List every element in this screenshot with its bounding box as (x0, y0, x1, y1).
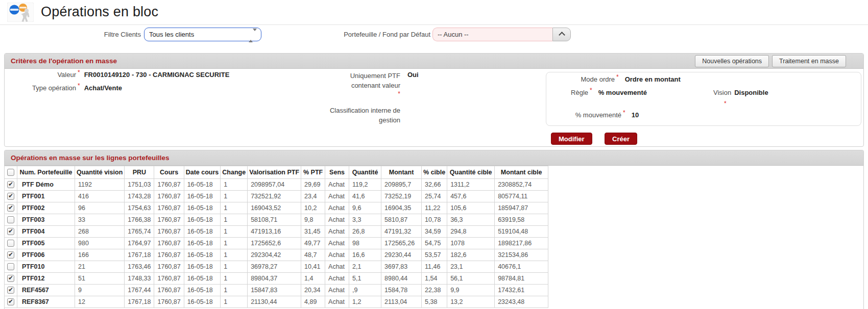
row-select-checkbox[interactable] (7, 251, 14, 259)
cell-montant-cible: 23243,48 (495, 296, 548, 308)
cell-montant: 172565,26 (381, 238, 422, 249)
client-filter-select[interactable]: Tous les clients (144, 28, 261, 41)
field-valeur: Valeur* FR0010149120 - 730 - CARMIGNAC S… (11, 71, 229, 79)
cell-sens: Achat (325, 238, 349, 249)
col-header-cours[interactable]: Cours (154, 166, 184, 179)
cell-sens: Achat (325, 179, 349, 191)
cell-cours: 1760,87 (154, 179, 184, 191)
row-select-checkbox[interactable] (7, 298, 14, 305)
row-select-checkbox[interactable] (7, 240, 14, 247)
cell-date-cours: 16-05-18 (184, 261, 221, 273)
table-row: PTF0059801764,971760,8716-05-1811725652,… (5, 238, 548, 249)
cell-num-portefeuille: PTF Démo (17, 179, 75, 191)
field-type-operation: Type opération* Achat/Vente (11, 84, 122, 92)
row-select-checkbox[interactable] (7, 204, 14, 212)
uniquement-ptf-label-line2: contenant valeur (321, 81, 400, 90)
col-header-montant-cible[interactable]: Montant cible (495, 166, 548, 179)
cell-change: 1 (221, 202, 248, 214)
cell-valorisation-ptf: 36978,27 (248, 261, 301, 273)
cell-pru: 1763,46 (125, 261, 154, 273)
field-classification: Classification interne de gestion (321, 106, 407, 125)
cell-pru: 1766,38 (125, 214, 154, 226)
type-operation-label: Type opération (11, 84, 76, 92)
cell-change: 1 (221, 249, 248, 261)
col-header-sens[interactable]: Sens (325, 166, 349, 179)
mass-processing-button[interactable]: Traitement en masse (772, 55, 846, 67)
valeur-label: Valeur (11, 71, 76, 79)
col-header-pru[interactable]: PRU (125, 166, 154, 179)
vision-value: Disponible (734, 89, 768, 96)
operations-en-bloc-page: Opérations en bloc Filtre Clients Tous l… (0, 0, 868, 309)
cell-cours: 1760,87 (154, 261, 184, 273)
cell-sens: Achat (325, 249, 349, 261)
criteria-panel-titlebar: Critères de l'opération en masse Nouvell… (5, 54, 863, 69)
cell-quantite: 1,2 (349, 296, 381, 308)
cell-pru: 1764,97 (125, 238, 154, 249)
col-header-date-cours[interactable]: Date cours (184, 166, 221, 179)
cell-pru: 1748,33 (125, 273, 154, 285)
cell-pct-cible: 11,22 (422, 202, 447, 214)
table-row: PTF Démo11921751,031760,8716-05-18120989… (5, 179, 548, 191)
modify-button[interactable]: Modifier (551, 133, 592, 145)
col-header-change[interactable]: Change (221, 166, 248, 179)
cell-quantite-vision: 268 (75, 226, 125, 238)
default-portfolio-label: Portefeuille / Fond par Défaut (303, 28, 430, 41)
cell-montant-cible: 98784,81 (495, 273, 548, 285)
classification-label-line1: Classification interne de (321, 106, 400, 115)
col-header-montant[interactable]: Montant (381, 166, 422, 179)
row-select-checkbox[interactable] (7, 181, 14, 188)
col-header-pct-cible[interactable]: % cible (422, 166, 447, 179)
uniquement-ptf-value: Oui (407, 71, 419, 79)
table-row: REF8367121767,181760,8716-05-18121130,44… (5, 296, 548, 308)
cell-sens: Achat (325, 202, 349, 214)
cell-pct-ptf: 10,2 (301, 202, 325, 214)
cell-valorisation-ptf: 732521,92 (248, 191, 301, 202)
row-select-checkbox[interactable] (7, 263, 14, 270)
cell-pru: 1767,44 (125, 285, 154, 296)
cell-montant-cible: 1898217,86 (495, 238, 548, 249)
cell-cours: 1760,87 (154, 273, 184, 285)
col-header-pct-ptf[interactable]: % PTF (301, 166, 325, 179)
new-operations-button[interactable]: Nouvelles opérations (695, 55, 769, 67)
col-header-quantite-vision[interactable]: Quantité vision (75, 166, 125, 179)
default-portfolio-expand-button[interactable] (552, 28, 571, 41)
cell-valorisation-ptf: 2098957,04 (248, 179, 301, 191)
default-portfolio-input[interactable] (432, 28, 552, 41)
cell-quantite: 16,6 (349, 249, 381, 261)
row-select-checkbox[interactable] (7, 287, 14, 294)
required-asterisk: * (616, 73, 619, 81)
cell-montant-cible: 40676,1 (495, 261, 548, 273)
cell-pct-ptf: 23,4 (301, 191, 325, 202)
cell-cours: 1760,87 (154, 238, 184, 249)
vision-label: Vision (713, 89, 731, 96)
cell-quantite-vision: 51 (75, 273, 125, 285)
cell-quantite-cible: 1311,2 (447, 179, 495, 191)
cell-num-portefeuille: PTF002 (17, 202, 75, 214)
col-header-quantite[interactable]: Quantité (349, 166, 381, 179)
cell-valorisation-ptf: 471913,16 (248, 226, 301, 238)
col-header-quantite-cible[interactable]: Quantité cible (447, 166, 495, 179)
barbell-figure-icon (7, 3, 34, 24)
cell-pct-ptf: 9,8 (301, 214, 325, 226)
cell-change: 1 (221, 226, 248, 238)
cell-cours: 1760,87 (154, 296, 184, 308)
row-select-checkbox[interactable] (7, 228, 14, 235)
cell-quantite: 26,8 (349, 226, 381, 238)
cell-pct-ptf: 49,77 (301, 238, 325, 249)
table-row: PTF010211763,461760,8716-05-18136978,271… (5, 261, 548, 273)
cell-montant-cible: 2308852,74 (495, 179, 548, 191)
table-row: PTF003331766,381760,8716-05-18158108,719… (5, 214, 548, 226)
row-select-checkbox[interactable] (7, 275, 14, 282)
col-header-num-portefeuille[interactable]: Num. Portefeuille (17, 166, 75, 179)
create-button[interactable]: Créer (605, 133, 637, 145)
col-header-valorisation-ptf[interactable]: Valorisation PTF (248, 166, 301, 179)
select-all-checkbox[interactable] (7, 169, 14, 176)
cell-pct-ptf: 10,41 (301, 261, 325, 273)
cell-num-portefeuille: PTF006 (17, 249, 75, 261)
cell-num-portefeuille: PTF001 (17, 191, 75, 202)
row-select-checkbox[interactable] (7, 216, 14, 223)
row-select-checkbox[interactable] (7, 193, 14, 200)
page-title: Opérations en bloc (41, 4, 158, 20)
pct-mouvemente-value: 10 (632, 111, 639, 119)
cell-num-portefeuille: PTF005 (17, 238, 75, 249)
